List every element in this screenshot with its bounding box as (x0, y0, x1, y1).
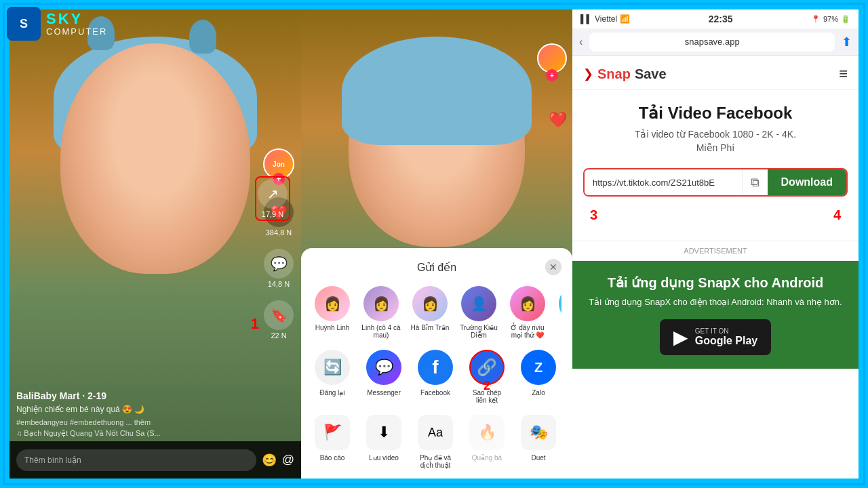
promote-icon: 🔥 (469, 415, 505, 450)
logo-icon: S (7, 7, 41, 41)
action-report[interactable]: 🚩 Báo cáo (312, 415, 353, 469)
logo-computer: COMPUTER (46, 27, 107, 37)
tiktok-left-panel: Jon + ❤️ 384,8 N 💬 14,8 N 🔖 22 N ↗ 17,9 … (9, 9, 301, 479)
baby-face (60, 43, 250, 274)
duet-icon: 🎭 (521, 415, 556, 450)
contact-item-5[interactable]: 👩 Ở đây riviu mọi thứ ❤️ (507, 286, 548, 339)
bookmark-count: 22 N (271, 331, 286, 340)
snapx-subtitle: Tải ứng dụng SnapX cho điện thoại Androi… (583, 296, 848, 308)
step4-marker: 4 (833, 207, 841, 223)
step2-number: 2 (484, 379, 490, 393)
logo-save-text: Save (635, 66, 667, 82)
share-apps: 🔄 Đăng lại 💬 Messenger f Facebook 🔗 Sao … (312, 350, 561, 404)
snapx-title: Tải ứng dụng SnapX cho Android (583, 274, 848, 291)
music-info: ♫ Bạch Nguyệt Quang Và Nốt Chu Sa (S... (16, 429, 260, 438)
action-subtitle[interactable]: Aa Phụ đề và dịch thuật (415, 415, 456, 469)
app-copy-link[interactable]: 🔗 Sao chép liên kết 2 (467, 350, 507, 404)
step3-marker: 3 (590, 207, 597, 223)
logo-brand: S (20, 17, 28, 31)
more-actions: 🚩 Báo cáo ⬇ Lưu video Aa Phụ đề và dịch … (312, 415, 561, 469)
hamburger-menu[interactable]: ≡ (839, 65, 848, 83)
subtitle-label: Phụ đề và dịch thuật (415, 454, 456, 469)
creator-name: BaliBaby Mart · 2-19 (16, 390, 260, 401)
logo-area: S SKY COMPUTER (7, 7, 107, 41)
clipboard-button[interactable]: ⧉ (742, 169, 768, 195)
bookmark-action[interactable]: 🔖 22 N (264, 300, 294, 340)
carrier-name: Viettel (595, 14, 617, 24)
baby-hat-middle (342, 37, 532, 145)
google-play-text: GET IT ON Google Play (695, 327, 757, 347)
snapsave-logo: ❯ SnapSave (583, 66, 667, 82)
step1-label: 1 (251, 315, 259, 333)
url-input[interactable] (585, 169, 742, 195)
url-input-area: ⧉ Download (583, 168, 848, 197)
app-zalo[interactable]: Z Zalo (518, 350, 559, 404)
dang-lai-label: Đăng lại (319, 389, 344, 396)
signal-area: ▌▌ Viettel 📶 (580, 14, 630, 24)
emoji-icon[interactable]: 😊 (262, 453, 277, 468)
close-button[interactable]: ✕ (545, 259, 561, 275)
promote-label: Quảng bá (472, 454, 502, 462)
app-facebook[interactable]: f Facebook (415, 350, 456, 404)
snapx-promo: Tải ứng dụng SnapX cho Android Tải ứng d… (572, 261, 859, 369)
signal-icon: ▌▌ (580, 14, 592, 24)
subtitle-icon: Aa (418, 415, 453, 450)
app-dang-lai[interactable]: 🔄 Đăng lại (312, 350, 353, 404)
share-icon: ↗ (258, 179, 288, 209)
action-duet[interactable]: 🎭 Duet (518, 415, 559, 469)
bottom-icons: 😊 @ (262, 453, 294, 468)
url-text: snapsave.app (685, 37, 740, 47)
share-modal-header: Gửi đến ✕ (312, 259, 561, 275)
advertisement-bar: ADVERTISEMENT (572, 241, 859, 261)
battery-icon: 🔋 (841, 15, 850, 24)
save-icon: ⬇ (366, 415, 401, 450)
comment-input[interactable]: Thêm bình luận (16, 449, 256, 471)
logo-sky: SKY (46, 11, 107, 27)
contact-avatar-2: 👩 (363, 286, 399, 321)
browser-share-icon[interactable]: ⬆ (842, 35, 852, 49)
zalo-label: Zalo (532, 389, 545, 396)
contact-avatar-4: 👤 (461, 286, 496, 321)
share-action[interactable]: ↗ 17,9 N (258, 179, 288, 218)
contact-item-2[interactable]: 👩 Linh (cô 4 cà mau) (361, 286, 401, 339)
contact-avatar-1: 👩 (315, 286, 350, 321)
app-messenger[interactable]: 💬 Messenger (363, 350, 404, 404)
contact-avatar-5: 👩 (510, 286, 545, 321)
browser-bar: ‹ snapsave.app ⬆ (572, 28, 859, 56)
hero-title: Tải Video Facebook (583, 104, 848, 123)
step-markers: 3 4 (583, 207, 848, 223)
contact-item-3[interactable]: 👩 Hà Bỉm Trần (410, 286, 450, 339)
logo-snap-text: Snap (597, 66, 631, 82)
contact-name-3: Hà Bỉm Trần (411, 324, 450, 331)
comment-icon: 💬 (264, 249, 294, 279)
messenger-label: Messenger (367, 389, 400, 396)
contact-item[interactable]: 👩 Huỳnh Linh (312, 286, 353, 339)
contact-item-4[interactable]: 👤 Trường Kiều Diễm (458, 286, 499, 339)
google-play-button[interactable]: ▶ GET IT ON Google Play (660, 319, 771, 355)
download-button[interactable]: Download (768, 169, 846, 195)
comment-placeholder: Thêm bình luận (24, 455, 81, 465)
comment-action[interactable]: 💬 14,8 N (264, 249, 294, 288)
report-icon: 🚩 (315, 415, 350, 450)
location-icon: 📍 (811, 15, 821, 24)
action-promote[interactable]: 🔥 Quảng bá (467, 415, 507, 469)
url-bar[interactable]: snapsave.app (589, 33, 835, 52)
snapsave-hero: Tải Video Facebook Tải video từ Facebook… (572, 90, 859, 241)
share-btn-highlight: ↗ 17,9 N (255, 176, 290, 221)
battery-area: 📍 97% 🔋 (811, 15, 850, 24)
hero-subtitle: Tải video từ Facebook 1080 - 2K - 4K.Miễ… (583, 128, 848, 155)
report-label: Báo cáo (320, 454, 345, 462)
right-panel: ▌▌ Viettel 📶 22:35 📍 97% 🔋 ‹ snapsave.ap… (572, 9, 859, 479)
duet-label: Duet (531, 454, 545, 462)
mention-icon[interactable]: @ (282, 453, 294, 468)
contact-avatar-6: 🌸 (559, 286, 561, 321)
contact-item-6[interactable]: 🌸 Tradao (556, 286, 561, 339)
google-play-icon: ▶ (673, 326, 688, 348)
like-count: 384,8 N (266, 228, 292, 237)
action-save[interactable]: ⬇ Lưu video (363, 415, 404, 469)
heart-middle: ❤️ (549, 111, 567, 129)
battery-level: 97% (823, 15, 838, 23)
contact-name-5: Ở đây riviu mọi thứ ❤️ (507, 324, 548, 339)
facebook-icon: f (418, 350, 453, 385)
back-chevron-icon[interactable]: ‹ (579, 36, 583, 48)
